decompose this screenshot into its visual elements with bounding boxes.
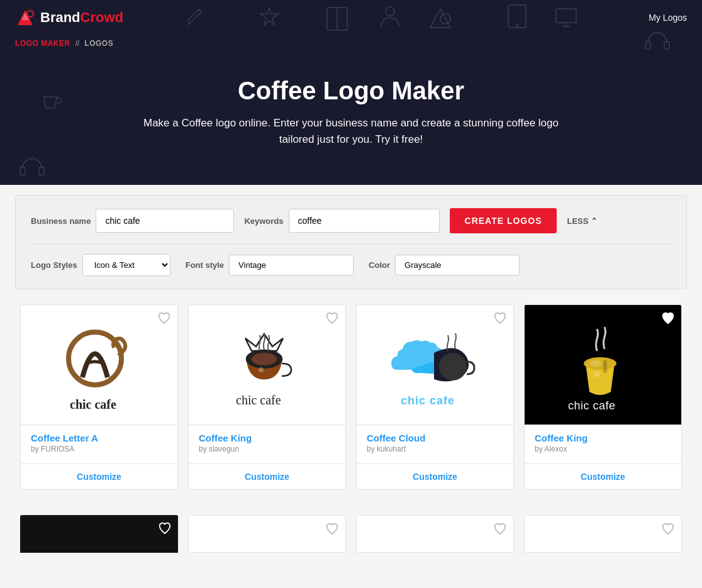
coffee-king-logo: chic cafe (223, 316, 311, 414)
font-style-input[interactable] (229, 255, 354, 275)
chevron-up-icon: ⌃ (591, 216, 598, 226)
logo-name-4[interactable]: Coffee King (535, 433, 671, 443)
svg-rect-29 (603, 360, 607, 373)
brand-name: BrandCrowd (40, 9, 123, 26)
logo-name-3[interactable]: Coffee Cloud (367, 433, 503, 443)
search-row: Business name Keywords CREATE LOGOS LESS… (31, 208, 671, 233)
svg-point-23 (259, 367, 264, 372)
less-button[interactable]: LESS ⌃ (567, 216, 598, 226)
svg-point-2 (27, 11, 33, 17)
keywords-group: Keywords (244, 209, 439, 233)
logo-author-4: by Alexox (535, 445, 671, 453)
brand-logo[interactable]: BrandCrowd (15, 8, 123, 28)
heart-icon-p2[interactable] (325, 522, 339, 536)
logo-author-3: by kukuhart (367, 445, 503, 453)
logo-name-1[interactable]: Coffee Letter A (31, 433, 167, 443)
partial-logo-row (15, 510, 687, 558)
logo-styles-group: Logo Styles Icon & Text Icon Only Text O… (31, 254, 170, 276)
logo-info-4: Coffee King by Alexox (525, 424, 681, 458)
logo-styles-select[interactable]: Icon & Text Icon Only Text Only (82, 254, 170, 276)
search-area: Business name Keywords CREATE LOGOS LESS… (15, 195, 687, 289)
breadcrumb-sep: // (75, 39, 80, 48)
header-content: Coffee Logo Maker Make a Coffee logo onl… (0, 52, 702, 185)
logo-info-2: Coffee King by slavegun (189, 424, 345, 458)
coffee-letter-a-logo: chic cafe (58, 318, 140, 412)
logo-info-3: Coffee Cloud by kukuhart (357, 424, 513, 458)
filter-row: Logo Styles Icon & Text Icon Only Text O… (31, 254, 671, 276)
logo-card-1: chic cafe Coffee Letter A by FURIOSA Cus… (20, 304, 178, 490)
logo-card-3: chic cafe Coffee Cloud by kukuhart Custo… (356, 304, 514, 490)
breadcrumb: LOGO MAKER // LOGOS (0, 35, 702, 52)
customize-btn-1[interactable]: Customize (21, 463, 177, 489)
site-header: BrandCrowd My Logos LOGO MAKER // LOGOS … (0, 0, 702, 185)
svg-text:chic cafe: chic cafe (70, 397, 116, 411)
my-logos-link[interactable]: My Logos (649, 13, 687, 23)
partial-card-3 (356, 515, 514, 553)
business-name-label: Business name (31, 216, 91, 226)
logo-name-2[interactable]: Coffee King (199, 433, 335, 443)
logo-styles-label: Logo Styles (31, 260, 77, 270)
customize-btn-2[interactable]: Customize (189, 463, 345, 489)
logo-grid: chic cafe Coffee Letter A by FURIOSA Cus… (15, 299, 687, 510)
divider (31, 243, 671, 244)
logo-preview-3: chic cafe (357, 305, 513, 424)
svg-point-22 (252, 353, 277, 365)
coffee-king-dark-logo: chic cafe (559, 316, 647, 414)
heart-icon-p1[interactable] (158, 521, 172, 535)
heart-icon-4[interactable] (661, 311, 675, 325)
heart-icon-2[interactable] (325, 311, 339, 325)
top-nav: BrandCrowd My Logos (0, 0, 702, 35)
logo-info-1: Coffee Letter A by FURIOSA (21, 424, 177, 458)
heart-icon-p4[interactable] (661, 522, 675, 536)
logo-preview-2: chic cafe (189, 305, 345, 424)
heart-icon-1[interactable] (157, 311, 171, 325)
business-name-input[interactable] (96, 209, 234, 233)
keywords-label: Keywords (244, 216, 283, 226)
color-group: Color (369, 255, 520, 275)
heart-icon-3[interactable] (493, 311, 507, 325)
partial-card-1 (20, 515, 178, 553)
logo-card-4: chic cafe Coffee King by Alexox Customiz… (524, 304, 682, 490)
page-subtitle: Make a Coffee logo online. Enter your bu… (125, 115, 577, 147)
partial-card-2 (188, 515, 346, 553)
customize-btn-4[interactable]: Customize (525, 463, 681, 489)
heart-icon-p3[interactable] (493, 522, 507, 536)
partial-card-4 (524, 515, 682, 553)
logo-author-2: by slavegun (199, 445, 335, 453)
svg-text:chic cafe: chic cafe (236, 393, 281, 407)
color-input[interactable] (395, 255, 520, 275)
logo-card-2: chic cafe Coffee King by slavegun Custom… (188, 304, 346, 490)
breadcrumb-current: LOGOS (84, 39, 113, 48)
svg-point-28 (589, 360, 602, 367)
brand-icon (15, 8, 35, 28)
font-style-label: Font style (186, 260, 224, 270)
svg-text:chic cafe: chic cafe (568, 399, 616, 412)
font-style-group: Font style (186, 255, 354, 275)
business-name-group: Business name (31, 209, 234, 233)
svg-point-30 (594, 371, 600, 377)
svg-text:chic cafe: chic cafe (401, 394, 455, 407)
coffee-cloud-logo: chic cafe (385, 316, 486, 414)
logo-preview-1: chic cafe (21, 305, 177, 424)
logo-author-1: by FURIOSA (31, 445, 167, 453)
svg-point-25 (439, 353, 467, 380)
logo-maker-link[interactable]: LOGO MAKER (15, 39, 70, 48)
color-label: Color (369, 260, 390, 270)
create-logos-button[interactable]: CREATE LOGOS (450, 208, 557, 233)
keywords-input[interactable] (289, 209, 440, 233)
customize-btn-3[interactable]: Customize (357, 463, 513, 489)
logo-preview-4: chic cafe (525, 305, 681, 424)
page-title: Coffee Logo Maker (15, 77, 687, 105)
